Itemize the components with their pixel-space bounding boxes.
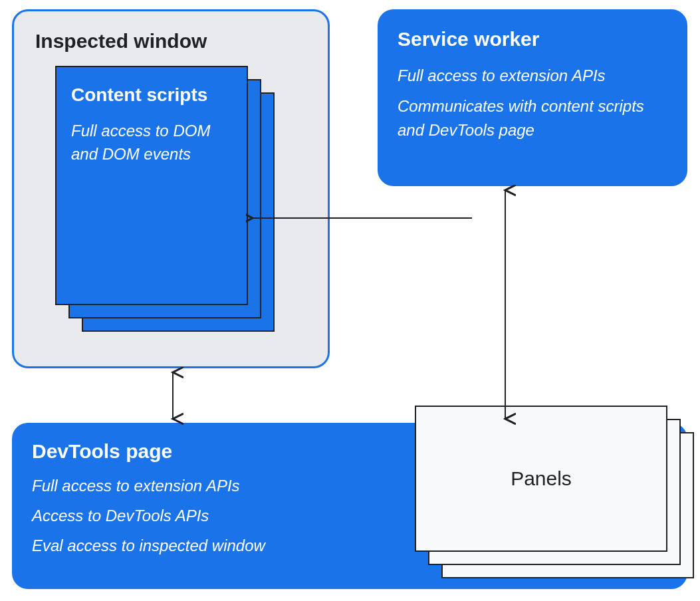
arrow-iw-to-dt	[160, 367, 186, 427]
architecture-diagram: Inspected window Content scripts Full ac…	[0, 0, 700, 601]
arrow-sw-to-dt	[492, 185, 519, 427]
content-scripts-description: Full access to DOM and DOM events	[71, 120, 232, 166]
inspected-window-box: Inspected window Content scripts Full ac…	[12, 9, 330, 368]
panels-stack: Panels	[415, 406, 694, 578]
content-script-card-front: Content scripts Full access to DOM and D…	[55, 66, 248, 305]
service-worker-box: Service worker Full access to extension …	[378, 9, 687, 186]
content-scripts-title: Content scripts	[71, 83, 232, 106]
content-scripts-stack: Content scripts Full access to DOM and D…	[55, 66, 268, 332]
devtools-page-box: DevTools page Full access to extension A…	[12, 423, 687, 589]
service-worker-title: Service worker	[398, 28, 667, 51]
inspected-window-title: Inspected window	[35, 30, 306, 53]
panels-label: Panels	[511, 467, 572, 490]
panel-card-front: Panels	[415, 406, 667, 552]
service-worker-line2: Communicates with content scripts and De…	[398, 94, 667, 142]
service-worker-line1: Full access to extension APIs	[398, 64, 667, 88]
